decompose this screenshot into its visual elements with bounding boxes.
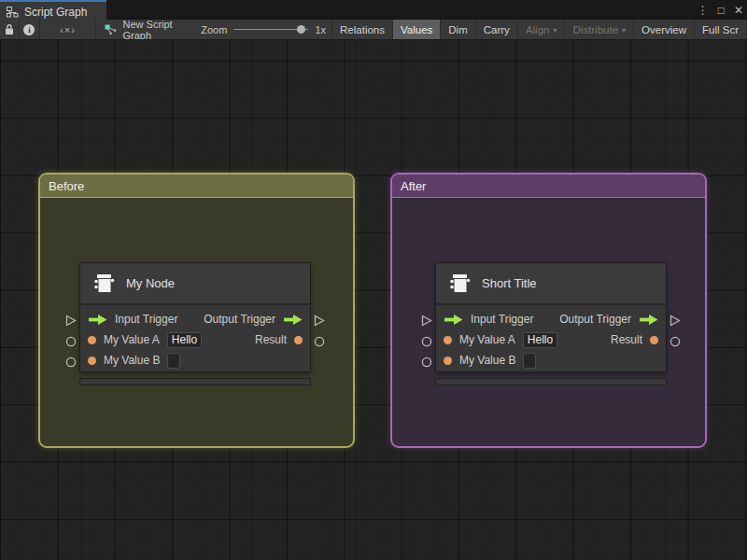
tab-script-graph[interactable]: Script Graph: [0, 0, 106, 20]
outer-flow-in-connector-icon[interactable]: [421, 315, 432, 327]
dim-label: Dim: [448, 24, 467, 35]
group-after[interactable]: After Short Title: [390, 173, 707, 448]
node-my-node[interactable]: My Node Input Trigger: [79, 262, 311, 372]
menu-icon[interactable]: ⋮: [698, 5, 709, 16]
new-script-graph-button[interactable]: New Script Graph: [96, 20, 197, 39]
values-label: Values: [401, 24, 432, 35]
node-header[interactable]: Short Title: [436, 263, 666, 305]
port-row-value-a: My Value A Result: [80, 329, 310, 350]
align-dropdown[interactable]: Align ▾: [518, 20, 566, 39]
script-graph-node-icon: [105, 24, 117, 35]
value-b-port-icon[interactable]: [88, 357, 96, 365]
outer-value-a-connector-icon[interactable]: [65, 336, 77, 347]
maximize-icon[interactable]: □: [718, 5, 725, 16]
value-b-label: My Value B: [459, 354, 515, 367]
value-b-input[interactable]: [167, 353, 180, 369]
result-label: Result: [255, 333, 287, 346]
value-b-input[interactable]: [523, 353, 536, 369]
zoom-slider-handle[interactable]: [297, 25, 305, 34]
outer-result-connector-icon[interactable]: [669, 336, 681, 347]
flow-in-port-icon[interactable]: [444, 315, 463, 325]
distribute-dropdown[interactable]: Distribute ▾: [565, 20, 634, 39]
outer-flow-in-connector-icon[interactable]: [65, 315, 77, 327]
chevron-down-icon: ▾: [622, 26, 626, 35]
graph-hierarchy-icon: [7, 7, 19, 18]
zoom-control: Zoom 1x: [197, 20, 332, 39]
outer-value-b-connector-icon[interactable]: [421, 357, 432, 368]
outer-value-b-connector-icon[interactable]: [65, 357, 77, 368]
zoom-slider[interactable]: [233, 25, 308, 35]
new-script-graph-label: New Script Graph: [122, 20, 197, 40]
group-after-header[interactable]: After: [392, 175, 705, 198]
group-before[interactable]: Before My Node: [38, 173, 355, 448]
port-row-value-b: My Value B: [436, 350, 666, 371]
flow-out-label: Output Trigger: [204, 313, 275, 326]
flow-in-label: Input Trigger: [471, 313, 533, 326]
port-row-value-b: My Value B: [80, 350, 310, 371]
carry-button[interactable]: Carry: [476, 20, 518, 39]
group-after-title: After: [401, 179, 426, 193]
info-icon: i: [23, 24, 35, 35]
node-header[interactable]: My Node: [80, 263, 310, 305]
lock-button[interactable]: [0, 20, 20, 39]
port-row-value-a: My Value A Result: [436, 329, 666, 350]
flow-out-label: Output Trigger: [559, 313, 631, 326]
flow-in-port-icon[interactable]: [88, 315, 107, 325]
port-row-flow: Input Trigger Output Trigger: [436, 309, 666, 329]
node-title: My Node: [126, 276, 175, 290]
graph-canvas[interactable]: Before My Node: [0, 40, 747, 560]
graph-toolbar: i ‹×› New Script Graph Zoom 1x: [0, 20, 747, 40]
value-a-input[interactable]: [523, 332, 557, 348]
values-button[interactable]: Values: [393, 20, 441, 39]
relations-button[interactable]: Relations: [332, 20, 393, 39]
tab-title: Script Graph: [24, 6, 87, 19]
overview-button[interactable]: Overview: [634, 20, 695, 39]
chevron-down-icon: ▾: [553, 26, 557, 35]
lock-icon: [4, 23, 15, 35]
value-a-label: My Value A: [104, 333, 160, 346]
value-a-input[interactable]: [167, 332, 202, 348]
info-button[interactable]: i: [20, 20, 39, 39]
group-before-header[interactable]: Before: [40, 175, 353, 198]
close-icon[interactable]: ✕: [734, 5, 743, 16]
flow-out-port-icon[interactable]: [639, 315, 658, 325]
unit-icon: [90, 270, 118, 298]
result-port-icon[interactable]: [294, 336, 303, 344]
node-footer: [79, 378, 311, 385]
node-ports: Input Trigger Output Trigger: [80, 305, 310, 371]
group-before-title: Before: [49, 179, 84, 193]
value-a-port-icon[interactable]: [444, 336, 452, 344]
code-view-button[interactable]: ‹×›: [40, 20, 97, 39]
window-controls: ⋮ □ ✕: [698, 0, 743, 20]
fullscreen-button[interactable]: Full Scr: [695, 20, 747, 39]
node-short-title[interactable]: Short Title Input Trigger: [435, 262, 667, 372]
distribute-label: Distribute: [572, 24, 618, 35]
outer-value-a-connector-icon[interactable]: [421, 336, 432, 347]
overview-label: Overview: [641, 24, 686, 35]
value-b-label: My Value B: [104, 354, 160, 367]
result-port-icon[interactable]: [650, 336, 658, 344]
dim-button[interactable]: Dim: [441, 20, 475, 39]
relations-label: Relations: [340, 24, 385, 35]
value-b-port-icon[interactable]: [444, 357, 452, 365]
align-label: Align: [526, 24, 550, 35]
code-icon: ‹×›: [60, 24, 76, 35]
zoom-value: 1x: [315, 24, 326, 35]
port-row-flow: Input Trigger Output Trigger: [80, 309, 310, 329]
unit-icon: [445, 270, 473, 298]
node-title: Short Title: [482, 276, 537, 290]
outer-flow-out-connector-icon[interactable]: [669, 315, 681, 327]
value-a-port-icon[interactable]: [88, 336, 96, 344]
result-label: Result: [611, 333, 642, 346]
node-footer: [435, 378, 667, 385]
flow-out-port-icon[interactable]: [283, 315, 303, 325]
node-ports: Input Trigger Output Trigger: [436, 305, 666, 371]
outer-flow-out-connector-icon[interactable]: [314, 315, 325, 327]
fullscreen-label: Full Scr: [702, 24, 739, 35]
tab-bar: Script Graph ⋮ □ ✕: [0, 0, 747, 20]
value-a-label: My Value A: [459, 333, 515, 346]
zoom-label: Zoom: [201, 24, 227, 35]
script-graph-window: Script Graph ⋮ □ ✕ i ‹×›: [0, 0, 747, 560]
carry-label: Carry: [484, 24, 510, 35]
outer-result-connector-icon[interactable]: [314, 336, 325, 347]
